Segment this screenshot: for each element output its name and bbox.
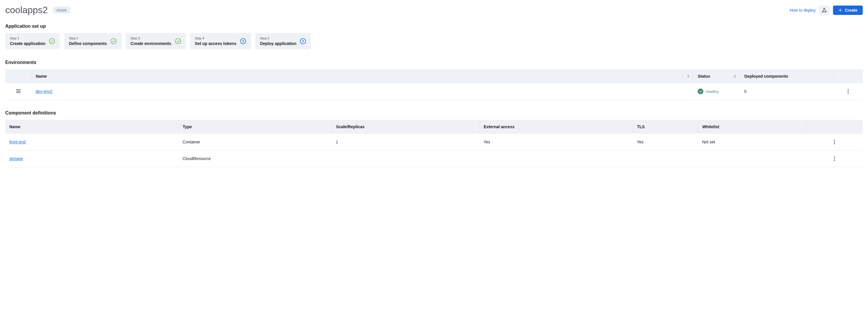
step-number: Step 3 (130, 36, 171, 40)
status-label: Healthy (706, 89, 719, 94)
column-label: Whitelist (702, 124, 719, 129)
component-type: Container (178, 134, 332, 150)
step-number: Step 2 (69, 36, 107, 40)
column-label: Status (698, 74, 710, 79)
status-check-icon (698, 88, 703, 94)
component-whitelist (698, 150, 806, 167)
column-whitelist: Whitelist (698, 120, 806, 134)
column-scale: Scale/Replicas (332, 120, 479, 134)
step-number: Step 5 (260, 36, 296, 40)
app-title: coolapps2 (5, 5, 48, 16)
check-circle-icon (175, 38, 181, 45)
environment-name-link[interactable]: dev-env2 (36, 89, 53, 94)
svg-point-5 (175, 38, 180, 44)
column-label: Scale/Replicas (336, 124, 365, 129)
step-number: Step 4 (195, 36, 237, 40)
table-row: front-end Container 1 Yes Yes Not set (5, 134, 863, 150)
column-label: Type (183, 124, 192, 129)
svg-point-13 (847, 92, 848, 93)
create-button-label: Create (845, 8, 858, 12)
step-label: Create environments (130, 41, 171, 46)
component-whitelist: Not set (698, 134, 806, 150)
more-actions-button[interactable] (831, 155, 838, 162)
step-text: Step 3 Create environments (130, 36, 171, 46)
plus-icon (838, 8, 842, 12)
component-tls (633, 150, 698, 167)
column-status[interactable]: Status (693, 69, 740, 83)
column-label: Name (36, 74, 47, 79)
svg-point-14 (834, 140, 835, 140)
setup-steps-row: Step 1 Create application Step 2 Define … (5, 33, 863, 49)
cloud-provider-badge: Azure (53, 7, 71, 13)
step-label: Set up access tokens (195, 41, 237, 46)
column-label: Deployed components (745, 74, 788, 79)
sort-icon (687, 75, 689, 78)
more-vertical-icon (834, 140, 835, 144)
step-label: Deploy application (260, 41, 296, 46)
column-label: TLS (637, 124, 645, 129)
components-section: Component definitions Name Type Scale/Re… (5, 110, 863, 167)
component-scale (332, 150, 479, 167)
more-vertical-icon (834, 156, 835, 161)
environments-table: Name Status (5, 69, 863, 100)
column-actions (834, 69, 863, 83)
svg-point-11 (847, 89, 848, 90)
graph-button[interactable] (819, 5, 830, 15)
column-external: External access (479, 120, 633, 134)
step-label: Define components (69, 41, 107, 46)
svg-point-19 (834, 160, 835, 161)
column-label: Name (9, 124, 21, 129)
svg-point-17 (834, 156, 835, 157)
svg-point-1 (822, 11, 823, 12)
column-label: External access (484, 124, 515, 129)
component-type: CloudResource (178, 150, 332, 167)
arrow-circle-icon (300, 38, 306, 45)
more-actions-button[interactable] (845, 88, 851, 95)
environments-title: Environments (5, 60, 863, 65)
step-text: Step 4 Set up access tokens (195, 36, 237, 46)
column-name[interactable]: Name (32, 69, 693, 83)
more-vertical-icon (847, 89, 849, 94)
column-deployed: Deployed components (740, 69, 834, 83)
svg-point-3 (49, 38, 55, 44)
svg-point-4 (111, 38, 116, 44)
drag-handle-icon[interactable] (16, 89, 21, 93)
step-create-application[interactable]: Step 1 Create application (5, 33, 60, 49)
column-name: Name (5, 120, 178, 134)
header-right: How to deploy Create (790, 5, 863, 15)
table-row: storage CloudResource (5, 150, 863, 167)
component-external (479, 150, 633, 167)
arrow-circle-icon (240, 38, 246, 45)
svg-point-12 (847, 91, 848, 92)
step-text: Step 2 Define components (69, 36, 107, 46)
create-button[interactable]: Create (833, 5, 863, 15)
step-create-environments[interactable]: Step 3 Create environments (126, 33, 186, 49)
components-title: Component definitions (5, 110, 863, 116)
table-row: dev-env2 Healthy 0 (5, 83, 863, 100)
svg-point-15 (834, 141, 835, 142)
step-set-up-access-tokens[interactable]: Step 4 Set up access tokens (190, 33, 251, 49)
check-circle-icon (110, 38, 117, 45)
component-name-link[interactable]: front-end (9, 140, 26, 144)
component-scale: 1 (332, 134, 479, 150)
sort-icon (734, 75, 736, 78)
status-badge: Healthy (698, 88, 719, 94)
step-text: Step 1 Create application (10, 36, 45, 46)
svg-point-7 (300, 38, 306, 44)
how-to-deploy-link[interactable]: How to deploy (790, 8, 816, 12)
setup-section-title: Application set up (5, 24, 863, 29)
more-actions-button[interactable] (831, 138, 838, 145)
svg-point-0 (824, 8, 825, 9)
step-deploy-application[interactable]: Step 5 Deploy application (255, 33, 311, 49)
step-text: Step 5 Deploy application (260, 36, 296, 46)
graph-icon (822, 8, 827, 13)
column-actions (806, 120, 863, 134)
component-tls: Yes (633, 134, 698, 150)
component-external: Yes (479, 134, 633, 150)
step-number: Step 1 (10, 36, 45, 40)
environments-section: Environments Name Status (5, 60, 863, 100)
check-circle-icon (49, 38, 55, 45)
component-name-link[interactable]: storage (9, 156, 23, 161)
step-define-components[interactable]: Step 2 Define components (64, 33, 121, 49)
page-header: coolapps2 Azure How to deploy Create (5, 5, 863, 16)
